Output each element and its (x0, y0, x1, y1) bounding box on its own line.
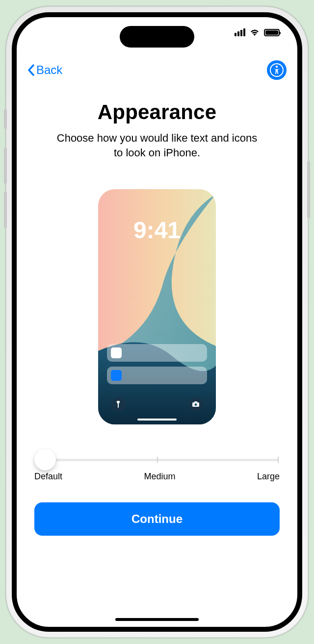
camera-icon (188, 397, 203, 412)
notification-app-icon (111, 370, 122, 381)
lockscreen-preview: 9:41 (98, 189, 216, 424)
text-size-slider[interactable]: Default Medium Large (34, 450, 280, 482)
page-title: Appearance (98, 100, 216, 124)
accessibility-icon (269, 63, 284, 77)
slider-track (44, 459, 279, 461)
slider-thumb[interactable] (34, 449, 56, 471)
slider-label-default: Default (34, 471, 62, 482)
mute-switch (4, 109, 7, 129)
volume-down-button (4, 192, 7, 228)
preview-quick-actions (111, 397, 203, 412)
dynamic-island (120, 26, 194, 48)
preview-clock: 9:41 (98, 217, 216, 244)
preview-notifications (107, 344, 207, 384)
continue-button[interactable]: Continue (34, 502, 280, 536)
svg-rect-4 (194, 401, 197, 403)
notification-app-icon (111, 347, 122, 358)
svg-point-5 (195, 403, 197, 406)
chevron-left-icon (27, 64, 34, 76)
screen: Back Appearance Choose how you would lik… (12, 12, 302, 632)
slider-label-large: Large (257, 471, 280, 482)
slider-label-medium: Medium (144, 471, 175, 482)
back-label: Back (36, 63, 62, 77)
notification-item (107, 344, 207, 362)
cellular-signal-icon (235, 28, 245, 36)
svg-point-1 (276, 66, 278, 68)
page-subtitle: Choose how you would like text and icons… (54, 131, 260, 160)
flashlight-icon (111, 397, 126, 412)
back-button[interactable]: Back (27, 63, 62, 77)
battery-icon (264, 29, 280, 36)
main-content: Appearance Choose how you would like tex… (17, 100, 297, 627)
continue-label: Continue (131, 512, 183, 525)
notification-item (107, 367, 207, 384)
wifi-icon (249, 28, 260, 37)
navigation-bar: Back (17, 60, 297, 80)
slider-tick-large (278, 457, 279, 463)
accessibility-button[interactable] (267, 60, 287, 80)
volume-up-button (4, 148, 7, 184)
iphone-device-frame: Back Appearance Choose how you would lik… (6, 6, 308, 638)
preview-home-indicator (137, 419, 177, 421)
home-indicator (115, 618, 199, 621)
status-bar (235, 28, 280, 37)
slider-tick-medium (157, 457, 158, 463)
power-button (307, 161, 310, 218)
